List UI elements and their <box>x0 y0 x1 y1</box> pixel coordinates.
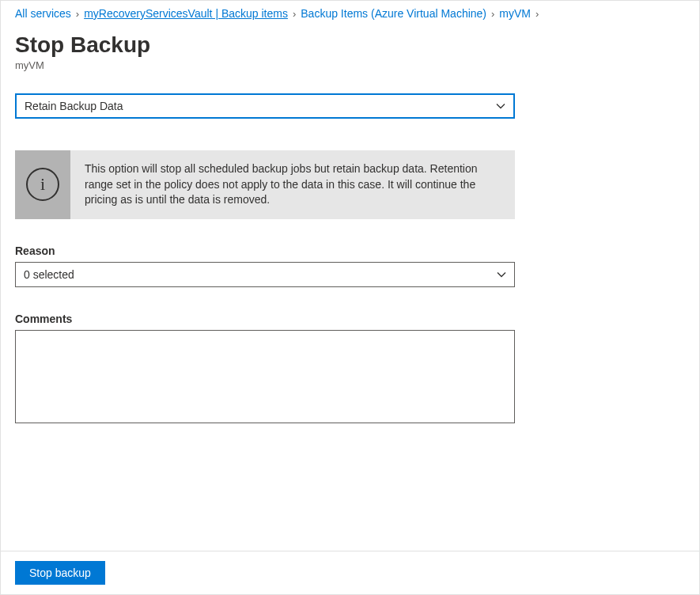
info-message-box: i This option will stop all scheduled ba… <box>15 150 515 219</box>
footer-bar: Stop backup <box>1 551 699 594</box>
chevron-right-icon: › <box>291 8 297 20</box>
chevron-down-icon <box>497 270 506 279</box>
chevron-right-icon: › <box>74 8 81 20</box>
info-icon: i <box>26 168 59 201</box>
main-content: Stop Backup myVM Retain Backup Data i Th… <box>1 25 699 426</box>
chevron-right-icon: › <box>534 8 540 20</box>
reason-select[interactable]: 0 selected <box>15 262 515 287</box>
breadcrumb-backup-items-azure-vm[interactable]: Backup Items (Azure Virtual Machine) <box>301 7 486 20</box>
page-subtitle: myVM <box>15 59 685 71</box>
chevron-right-icon: › <box>490 8 496 20</box>
reason-label: Reason <box>15 244 685 257</box>
reason-value: 0 selected <box>24 268 74 281</box>
breadcrumb-all-services[interactable]: All services <box>15 7 71 20</box>
chevron-down-icon <box>496 101 505 111</box>
info-icon-area: i <box>15 150 70 219</box>
comments-label: Comments <box>15 313 685 325</box>
stop-backup-button[interactable]: Stop backup <box>15 561 105 585</box>
backup-option-select[interactable]: Retain Backup Data <box>15 93 515 119</box>
comments-textarea[interactable] <box>15 330 515 423</box>
breadcrumb-myvm[interactable]: myVM <box>499 7 531 20</box>
backup-option-value: Retain Backup Data <box>25 100 123 112</box>
info-message-text: This option will stop all scheduled back… <box>70 150 515 219</box>
page-title: Stop Backup <box>15 32 685 58</box>
breadcrumb: All services › myRecoveryServicesVault |… <box>1 1 699 25</box>
breadcrumb-vault-backup-items[interactable]: myRecoveryServicesVault | Backup items <box>84 7 288 20</box>
